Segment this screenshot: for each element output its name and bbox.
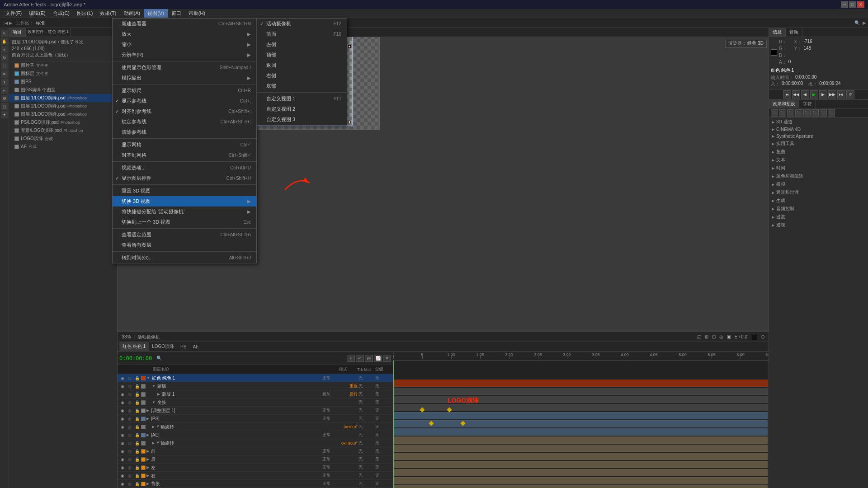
- tl-expand-5[interactable]: ▶: [146, 408, 149, 413]
- tl-solo-6[interactable]: ◎: [127, 416, 133, 422]
- tl-search-icon[interactable]: 🔍: [156, 356, 162, 361]
- effect-cat-11[interactable]: ▶音频控制: [769, 205, 868, 213]
- view-mode[interactable]: 活动摄像机: [137, 334, 160, 340]
- tl-lock-6[interactable]: 🔒: [134, 416, 140, 422]
- 3d-view-icon[interactable]: ⬡: [761, 334, 765, 339]
- renderer-value[interactable]: 经典 3D: [747, 41, 764, 46]
- align-middle-icon[interactable]: ⬛: [803, 109, 811, 117]
- project-layer-1[interactable]: 图片子文件夹: [9, 61, 117, 70]
- tl-layer-row-3[interactable]: ◉ ◎ 🔒 ▶ 蒙版 1 相加 反转 无 无: [118, 390, 393, 399]
- preview-loop[interactable]: ↺: [846, 90, 854, 99]
- menu-item-1[interactable]: 编辑(E): [25, 9, 49, 18]
- menu-item-4[interactable]: 效果(T): [96, 9, 120, 18]
- play-icon[interactable]: ▶: [863, 20, 866, 25]
- workspace-value[interactable]: 标准: [36, 20, 45, 26]
- puppet-tool[interactable]: ✦: [1, 111, 8, 118]
- tl-lock-4[interactable]: 🔒: [134, 399, 140, 406]
- tl-expand-10[interactable]: ▶: [146, 449, 149, 453]
- tl-trk-1[interactable]: 无: [359, 375, 374, 381]
- tl-lock-1[interactable]: 🔒: [134, 375, 140, 381]
- project-layer-5[interactable]: 图层 1/LOGO演绎.psdPhotoshop: [9, 94, 117, 102]
- effect-cat-4[interactable]: ▶扭曲: [769, 148, 868, 156]
- current-time-display[interactable]: 0:00:00:00: [119, 355, 152, 361]
- view-item-3[interactable]: 分辨率(R)▶: [113, 50, 256, 60]
- tl-eye-9[interactable]: ◉: [119, 440, 126, 446]
- effect-cat-12[interactable]: ▶过渡: [769, 213, 868, 221]
- playhead[interactable]: [393, 361, 394, 488]
- tl-frame-blend[interactable]: ∞: [356, 355, 364, 362]
- tl-parent-1[interactable]: 无: [375, 375, 391, 381]
- tl-parent-13[interactable]: 无: [375, 473, 391, 479]
- tl-layer-row-11[interactable]: ◉ ◎ 🔒 ▶ 后 正常 无 无: [118, 455, 393, 464]
- tl-solo-14[interactable]: ◎: [127, 481, 133, 487]
- effect-cat-10[interactable]: ▶生成: [769, 197, 868, 205]
- tl-mode-6[interactable]: 正常: [322, 416, 339, 422]
- tl-bar-6[interactable]: [394, 420, 768, 427]
- tl-mode-5[interactable]: 正常: [322, 408, 339, 413]
- timeline-tab-3[interactable]: AE: [189, 343, 202, 351]
- tl-expand-6[interactable]: ▶: [146, 417, 149, 421]
- pen-tool[interactable]: ✒: [1, 70, 8, 78]
- preview-rewind[interactable]: ⏮: [783, 90, 791, 99]
- effect-cat-9[interactable]: ▶通道和过渡: [769, 188, 868, 197]
- view-item-10[interactable]: 对齐到参考线Ctrl+Shift+;: [113, 106, 256, 117]
- align-top-icon[interactable]: ⬛: [795, 109, 802, 117]
- preview-end[interactable]: ⏭: [837, 90, 845, 99]
- show-channel-icon[interactable]: ▣: [727, 334, 731, 339]
- tl-solo-10[interactable]: ◎: [127, 448, 133, 455]
- align-right-icon[interactable]: ⬛: [787, 109, 794, 117]
- tl-eye-12[interactable]: ◉: [119, 465, 126, 471]
- menu-item-7[interactable]: 窗口: [168, 9, 185, 18]
- search-icon[interactable]: 🔍: [854, 20, 860, 25]
- effect-cat-1[interactable]: ▶CINEMA 4D: [769, 126, 868, 133]
- view-item-12[interactable]: 清除参考线: [113, 127, 256, 137]
- tl-layer-row-14[interactable]: ◉ ◎ 🔒 ▶ 背景 正常 无 无: [118, 480, 393, 488]
- tl-parent-2[interactable]: 无: [375, 383, 391, 389]
- tl-lock-5[interactable]: 🔒: [134, 408, 140, 414]
- view-item-25[interactable]: 查看适定范围Ctrl+Alt+Shift+\: [113, 230, 256, 240]
- tl-eye-7[interactable]: ◉: [119, 424, 126, 430]
- tl-mode-11[interactable]: 正常: [322, 456, 339, 462]
- tl-eye-2[interactable]: ◉: [119, 383, 126, 389]
- tl-mode-12[interactable]: 正常: [322, 465, 339, 470]
- character-tab[interactable]: 字符: [799, 100, 816, 108]
- project-layer-11[interactable]: AE合成: [9, 143, 117, 150]
- tl-expand-7[interactable]: ▶: [152, 425, 155, 429]
- tl-solo-12[interactable]: ◎: [127, 465, 133, 471]
- tl-parent-14[interactable]: 无: [375, 481, 391, 487]
- effect-cat-0[interactable]: ▶3D 通道: [769, 118, 868, 126]
- effect-cat-7[interactable]: ▶颜色和和颜矫: [769, 172, 868, 180]
- tl-trk-3[interactable]: 无: [359, 391, 374, 397]
- sv-item-3[interactable]: 顶部: [257, 50, 347, 60]
- tl-solo-13[interactable]: ◎: [127, 473, 133, 479]
- project-layer-4[interactable]: 图GS演绎 个图层: [9, 86, 117, 94]
- tl-bar-7[interactable]: [394, 428, 768, 436]
- maximize-button[interactable]: □: [849, 1, 856, 8]
- tl-trk-10[interactable]: 无: [359, 448, 374, 454]
- view-item-2[interactable]: 缩小▶: [113, 39, 256, 50]
- tl-trk-8[interactable]: 无: [359, 432, 374, 438]
- view-item-0[interactable]: 新建查看器Ctrl+Alt+Shift+N: [113, 19, 256, 29]
- tl-expand-14[interactable]: ▶: [146, 482, 149, 486]
- view-item-23[interactable]: 切换到上一个 3D 视图Esc: [113, 217, 256, 227]
- grid-icon[interactable]: ⊡: [712, 334, 716, 339]
- tl-layer-row-5[interactable]: ◉ ◎ 🔒 ▶ [调整图层 1] 正常 无 无: [118, 407, 393, 415]
- tl-lock-3[interactable]: 🔒: [134, 391, 140, 398]
- project-layer-7[interactable]: 图层 3/LOGO演绎.psdPhotoshop: [9, 110, 117, 118]
- preview-play[interactable]: ▶: [810, 90, 818, 99]
- tl-eye-13[interactable]: ◉: [119, 473, 126, 479]
- tl-trk-14[interactable]: 无: [359, 481, 374, 487]
- tl-mode-8[interactable]: 正常: [322, 432, 339, 438]
- tl-bar-8[interactable]: [394, 436, 768, 444]
- sv-item-8[interactable]: 自定义视图 1F11: [257, 94, 347, 104]
- audio-tab[interactable]: 音频: [786, 28, 802, 37]
- align-left-icon[interactable]: ⬛: [771, 109, 778, 117]
- tl-eye-3[interactable]: ◉: [119, 391, 126, 398]
- tl-eye-6[interactable]: ◉: [119, 416, 126, 422]
- effect-cat-5[interactable]: ▶文本: [769, 156, 868, 164]
- sv-item-9[interactable]: 自定义视图 2: [257, 104, 347, 114]
- view-item-28[interactable]: 转到时间(G)...Alt+Shift+J: [113, 253, 256, 263]
- view-item-22[interactable]: 将快捷键分配给 '活动摄像机'▶: [113, 206, 256, 217]
- tl-bar-11[interactable]: [394, 461, 768, 468]
- project-layer-3[interactable]: 图PS: [9, 78, 117, 86]
